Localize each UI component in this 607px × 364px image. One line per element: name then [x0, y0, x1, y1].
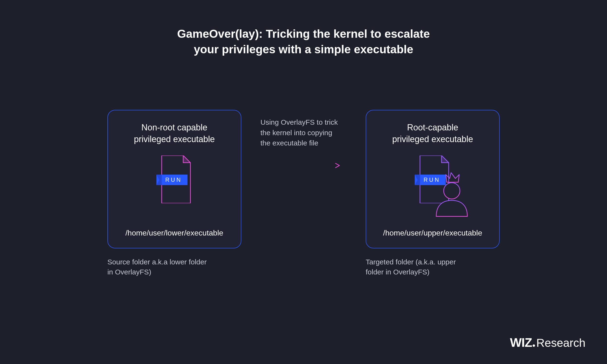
middle-line-2: the kernel into copying: [261, 129, 332, 137]
wiz-research-logo: WIZ Research: [510, 335, 585, 350]
diagram-canvas: GameOver(lay): Tricking the kernel to es…: [0, 0, 607, 364]
left-path: /home/user/lower/executable: [108, 229, 241, 237]
logo-dot-icon: [533, 344, 535, 347]
left-card: Non-root capable privileged executable R…: [107, 110, 241, 248]
logo-brand: WIZ: [510, 335, 532, 350]
left-caption-line-2: in OverlayFS): [107, 268, 151, 276]
arrow-icon: [263, 163, 344, 168]
middle-line-3: the executable file: [261, 139, 318, 147]
logo-suffix: Research: [537, 336, 585, 350]
run-label: RUN: [165, 177, 182, 183]
title-line-1: GameOver(lay): Tricking the kernel to es…: [177, 27, 430, 40]
left-card-heading: Non-root capable privileged executable: [134, 122, 215, 145]
right-caption-line-1: Targeted folder (a.k.a. upper: [366, 258, 456, 266]
left-heading-line-1: Non-root capable: [141, 123, 207, 132]
left-heading-line-2: privileged executable: [134, 134, 215, 144]
left-card-wrap: Non-root capable privileged executable R…: [107, 110, 241, 277]
right-path: /home/user/upper/executable: [366, 229, 499, 237]
right-card-wrap: Root-capable privileged executable RUN: [366, 110, 500, 277]
right-caption-line-2: folder in OverlayFS): [366, 268, 429, 276]
diagram-row: Non-root capable privileged executable R…: [0, 110, 607, 277]
right-heading-line-1: Root-capable: [407, 123, 458, 132]
left-caption: Source folder a.k.a lower folder in Over…: [107, 257, 207, 277]
run-file-root-icon: RUN: [415, 156, 451, 203]
title-line-2: your privileges with a simple executable: [194, 43, 413, 56]
diagram-title: GameOver(lay): Tricking the kernel to es…: [124, 26, 483, 57]
right-card: Root-capable privileged executable RUN: [366, 110, 500, 248]
right-card-heading: Root-capable privileged executable: [392, 122, 473, 145]
left-caption-line-1: Source folder a.k.a lower folder: [107, 258, 207, 266]
right-caption: Targeted folder (a.k.a. upper folder in …: [366, 257, 456, 277]
root-user-crown-icon: [431, 172, 472, 218]
run-file-icon: RUN: [156, 156, 192, 203]
svg-point-3: [444, 183, 460, 199]
middle-line-1: Using OverlayFS to trick: [261, 118, 338, 126]
middle-column: Using OverlayFS to trick the kernel into…: [261, 110, 346, 168]
middle-text: Using OverlayFS to trick the kernel into…: [261, 117, 346, 148]
right-heading-line-2: privileged executable: [392, 134, 473, 144]
